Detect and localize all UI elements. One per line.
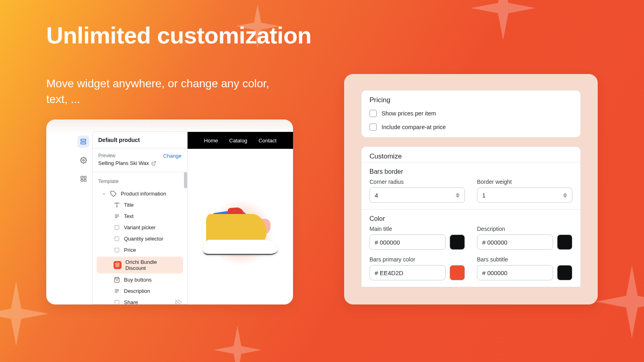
text-lines-icon <box>114 288 120 294</box>
border-weight-label: Border weight <box>477 179 572 185</box>
nav-home[interactable]: Home <box>204 138 218 144</box>
block-label: Buy buttons <box>124 277 152 283</box>
settings-rail-button[interactable] <box>77 154 89 166</box>
block-quantity[interactable]: Quantity selector <box>93 233 187 245</box>
description-color-swatch[interactable] <box>557 234 572 250</box>
storefront-preview: Home Catalog Contact <box>188 132 293 304</box>
svg-point-2 <box>83 159 84 161</box>
nav-catalog[interactable]: Catalog <box>229 138 248 144</box>
editor-rail <box>75 132 91 185</box>
block-description[interactable]: Description <box>93 286 187 297</box>
bars-subtitle-color-swatch[interactable] <box>557 265 572 280</box>
customize-title: Customize <box>361 147 580 162</box>
type-icon <box>114 202 120 208</box>
block-label: Text <box>124 213 134 219</box>
block-label: Title <box>124 202 134 208</box>
text-lines-icon <box>114 213 120 219</box>
block-label: Share <box>124 299 138 304</box>
pricing-panel: Pricing Show prices per item Include com… <box>361 90 581 138</box>
block-share[interactable]: Share <box>93 297 187 304</box>
input-value: # 000000 <box>482 269 508 276</box>
block-label: Quantity selector <box>124 236 163 242</box>
product-image <box>202 207 279 259</box>
checkbox-icon[interactable] <box>369 123 377 131</box>
customize-panel: Customize Bars border Corner radius 4 Bo… <box>361 146 581 287</box>
editor-sidebar: Default product Preview Selling Plans Sk… <box>92 132 188 304</box>
template-label: Template <box>93 177 187 188</box>
corner-radius-input[interactable]: 4 <box>369 187 465 203</box>
input-value: # 000000 <box>375 239 400 246</box>
theme-editor-card: Default product Preview Selling Plans Sk… <box>46 119 293 304</box>
component-icon <box>114 236 120 242</box>
svg-rect-16 <box>115 248 119 252</box>
svg-rect-21 <box>115 300 119 304</box>
block-text[interactable]: Text <box>93 211 187 222</box>
gear-icon <box>80 157 87 164</box>
section-label: Product information <box>121 191 166 197</box>
checkbox-label: Show prices per item <box>382 110 436 117</box>
preview-selector[interactable]: Preview Selling Plans Ski Wax Change <box>93 148 187 172</box>
tag-icon <box>110 191 117 197</box>
block-label: Variant picker <box>124 224 156 230</box>
cart-icon <box>114 277 120 283</box>
sidebar-header: Default product <box>93 132 187 148</box>
nav-contact[interactable]: Contact <box>258 138 277 144</box>
checkbox-icon[interactable] <box>369 110 377 117</box>
customization-settings-card: Pricing Show prices per item Include com… <box>344 74 598 304</box>
svg-rect-15 <box>115 237 119 241</box>
input-value: 1 <box>482 192 485 199</box>
svg-rect-4 <box>84 176 86 178</box>
preview-product-name: Selling Plans Ski Wax <box>98 159 149 167</box>
page-subtitle: Move widget anywhere, or change any colo… <box>46 76 272 107</box>
show-prices-checkbox-row[interactable]: Show prices per item <box>361 107 580 120</box>
color-heading: Color <box>361 210 580 224</box>
svg-rect-6 <box>84 179 86 181</box>
component-icon <box>114 224 120 230</box>
sections-rail-button[interactable] <box>77 136 89 148</box>
block-label: Orichi Bundle Discount <box>126 259 178 271</box>
page-title: Unlimited customization <box>46 22 312 49</box>
sidebar-scrollbar[interactable] <box>184 172 187 188</box>
svg-rect-3 <box>81 176 83 178</box>
border-weight-input[interactable]: 1 <box>477 187 572 203</box>
stepper-icon[interactable] <box>563 193 567 198</box>
apps-rail-button[interactable] <box>77 173 89 185</box>
bars-subtitle-color-input[interactable]: # 000000 <box>477 265 553 280</box>
storefront-nav: Home Catalog Contact <box>188 132 293 149</box>
main-title-color-label: Main title <box>369 226 465 232</box>
block-price[interactable]: Price <box>93 245 187 256</box>
bars-primary-color-input[interactable]: # EE4D2D <box>369 265 446 280</box>
pricing-title: Pricing <box>361 90 580 107</box>
svg-rect-0 <box>81 139 86 141</box>
change-preview-link[interactable]: Change <box>163 152 182 160</box>
block-label: Price <box>124 247 136 253</box>
block-label: Description <box>124 288 150 294</box>
block-buy-buttons[interactable]: Buy buttons <box>93 274 187 286</box>
main-title-color-input[interactable]: # 000000 <box>369 234 446 250</box>
svg-rect-1 <box>81 142 86 144</box>
external-link-icon <box>151 161 156 166</box>
stepper-icon[interactable] <box>456 193 460 198</box>
component-icon <box>114 247 120 253</box>
description-color-input[interactable]: # 000000 <box>477 234 553 250</box>
bars-primary-color-swatch[interactable] <box>450 265 465 280</box>
chevron-down-icon <box>101 191 106 196</box>
main-title-color-swatch[interactable] <box>450 234 465 250</box>
bars-primary-color-label: Bars primary color <box>369 256 465 263</box>
block-orichi-bundle[interactable]: Orichi Bundle Discount <box>97 257 183 274</box>
corner-radius-label: Corner radius <box>369 179 465 185</box>
block-variant-picker[interactable]: Variant picker <box>93 222 187 233</box>
input-value: # 000000 <box>482 239 508 246</box>
svg-line-7 <box>153 161 156 164</box>
block-title[interactable]: Title <box>93 200 187 211</box>
description-color-label: Description <box>477 226 572 232</box>
component-icon <box>114 299 120 304</box>
bars-border-heading: Bars border <box>361 162 580 177</box>
svg-rect-5 <box>81 179 83 181</box>
apps-icon <box>80 175 87 182</box>
compare-at-checkbox-row[interactable]: Include compare-at price <box>361 120 580 137</box>
bars-subtitle-color-label: Bars subtitle <box>477 256 572 263</box>
input-value: # EE4D2D <box>375 269 403 276</box>
sections-icon <box>80 138 87 145</box>
section-product-information[interactable]: Product information <box>93 188 187 200</box>
